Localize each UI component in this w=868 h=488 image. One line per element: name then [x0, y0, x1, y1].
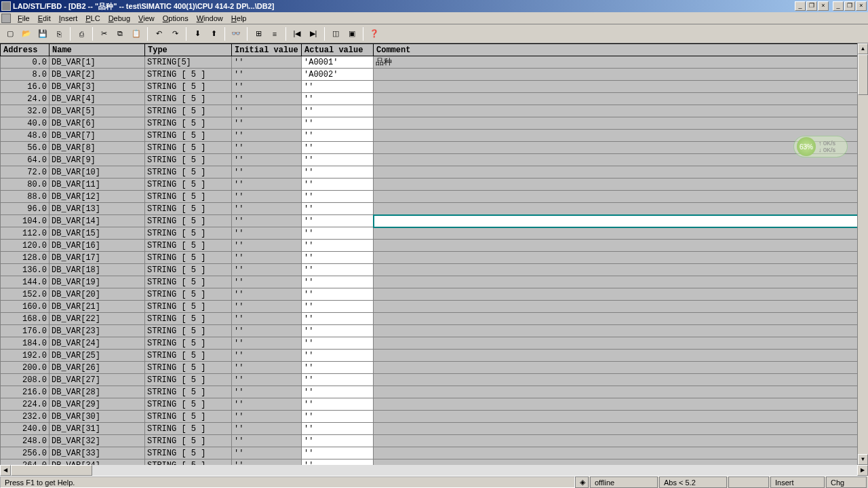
cell-type[interactable]: STRING [ 5 ]: [145, 325, 232, 337]
cell-type[interactable]: STRING [ 5 ]: [145, 423, 232, 435]
horizontal-scrollbar[interactable]: ◀ ▶: [0, 465, 868, 476]
cell-initial[interactable]: '': [232, 288, 302, 301]
cell-comment[interactable]: [374, 117, 868, 130]
cell-comment[interactable]: [374, 69, 868, 81]
table-row[interactable]: 0.0DB_VAR[1]STRING[5]'''A0001'品种: [1, 56, 868, 69]
table-row[interactable]: 24.0DB_VAR[4]STRING [ 5 ]'''': [1, 93, 868, 105]
cell-type[interactable]: STRING [ 5 ]: [145, 154, 232, 166]
cell-type[interactable]: STRING [ 5 ]: [145, 240, 232, 252]
cell-name[interactable]: DB_VAR[3]: [50, 81, 145, 93]
cell-actual[interactable]: '': [302, 459, 374, 466]
cell-name[interactable]: DB_VAR[8]: [50, 142, 145, 154]
cell-type[interactable]: STRING [ 5 ]: [145, 313, 232, 325]
cell-initial[interactable]: '': [232, 56, 302, 69]
cell-address[interactable]: 184.0: [1, 337, 50, 350]
table-row[interactable]: 48.0DB_VAR[7]STRING [ 5 ]'''': [1, 130, 868, 142]
cell-actual[interactable]: '': [302, 179, 374, 191]
cell-name[interactable]: DB_VAR[26]: [50, 362, 145, 374]
cell-actual[interactable]: '': [302, 411, 374, 423]
cell-name[interactable]: DB_VAR[33]: [50, 447, 145, 459]
cell-address[interactable]: 40.0: [1, 117, 50, 130]
minimize-button[interactable]: _: [833, 1, 844, 11]
cell-comment[interactable]: [374, 325, 868, 337]
mdi-minimize-button[interactable]: _: [795, 1, 806, 11]
cell-actual[interactable]: '': [302, 227, 374, 240]
scroll-thumb[interactable]: [858, 54, 868, 95]
cell-address[interactable]: 104.0: [1, 215, 50, 227]
table-row[interactable]: 232.0DB_VAR[30]STRING [ 5 ]'''': [1, 411, 868, 423]
cell-address[interactable]: 160.0: [1, 301, 50, 313]
cell-initial[interactable]: '': [232, 276, 302, 288]
cell-actual[interactable]: '': [302, 398, 374, 411]
toolbar-copy-button[interactable]: ⧉: [113, 26, 127, 41]
cell-initial[interactable]: '': [232, 179, 302, 191]
cell-address[interactable]: 144.0: [1, 276, 50, 288]
cell-comment[interactable]: [374, 447, 868, 459]
cell-type[interactable]: STRING [ 5 ]: [145, 337, 232, 350]
cell-initial[interactable]: '': [232, 386, 302, 398]
cell-actual[interactable]: '': [302, 350, 374, 362]
table-row[interactable]: 88.0DB_VAR[12]STRING [ 5 ]'''': [1, 191, 868, 203]
cell-comment[interactable]: [374, 374, 868, 386]
cell-actual[interactable]: 'A0002': [302, 69, 374, 81]
cell-actual[interactable]: '': [302, 215, 374, 227]
cell-comment[interactable]: [374, 215, 868, 227]
cell-comment[interactable]: [374, 350, 868, 362]
cell-initial[interactable]: '': [232, 374, 302, 386]
cell-actual[interactable]: '': [302, 374, 374, 386]
cell-actual[interactable]: '': [302, 435, 374, 447]
cell-initial[interactable]: '': [232, 362, 302, 374]
cell-comment[interactable]: [374, 337, 868, 350]
table-row[interactable]: 240.0DB_VAR[31]STRING [ 5 ]'''': [1, 423, 868, 435]
cell-type[interactable]: STRING [ 5 ]: [145, 362, 232, 374]
menu-options[interactable]: Options: [159, 14, 193, 22]
toolbar-open-button[interactable]: 📂: [19, 26, 34, 41]
cell-address[interactable]: 96.0: [1, 203, 50, 215]
cell-address[interactable]: 176.0: [1, 325, 50, 337]
col-header-initial[interactable]: Initial value: [232, 44, 302, 56]
cell-comment[interactable]: [374, 435, 868, 447]
table-row[interactable]: 64.0DB_VAR[9]STRING [ 5 ]'''': [1, 154, 868, 166]
cell-name[interactable]: DB_VAR[32]: [50, 435, 145, 447]
cell-actual[interactable]: '': [302, 142, 374, 154]
cell-comment[interactable]: [374, 252, 868, 264]
table-row[interactable]: 152.0DB_VAR[20]STRING [ 5 ]'''': [1, 288, 868, 301]
cell-address[interactable]: 264.0: [1, 459, 50, 466]
cell-name[interactable]: DB_VAR[15]: [50, 227, 145, 240]
cell-type[interactable]: STRING [ 5 ]: [145, 117, 232, 130]
cell-address[interactable]: 136.0: [1, 264, 50, 276]
cell-type[interactable]: STRING [ 5 ]: [145, 374, 232, 386]
table-row[interactable]: 56.0DB_VAR[8]STRING [ 5 ]'''': [1, 142, 868, 154]
table-row[interactable]: 200.0DB_VAR[26]STRING [ 5 ]'''': [1, 362, 868, 374]
scroll-up-button[interactable]: ▲: [858, 43, 868, 54]
cell-comment[interactable]: [374, 154, 868, 166]
cell-initial[interactable]: '': [232, 191, 302, 203]
cell-address[interactable]: 8.0: [1, 69, 50, 81]
cell-type[interactable]: STRING [ 5 ]: [145, 252, 232, 264]
cell-comment[interactable]: [374, 459, 868, 466]
cell-name[interactable]: DB_VAR[11]: [50, 179, 145, 191]
table-row[interactable]: 120.0DB_VAR[16]STRING [ 5 ]'''': [1, 240, 868, 252]
mdi-close-button[interactable]: ×: [818, 1, 829, 11]
cell-type[interactable]: STRING [ 5 ]: [145, 350, 232, 362]
cell-name[interactable]: DB_VAR[25]: [50, 350, 145, 362]
cell-comment[interactable]: [374, 313, 868, 325]
cell-initial[interactable]: '': [232, 313, 302, 325]
cell-type[interactable]: STRING [ 5 ]: [145, 166, 232, 179]
table-row[interactable]: 16.0DB_VAR[3]STRING [ 5 ]'''': [1, 81, 868, 93]
scroll-left-button[interactable]: ◀: [0, 465, 11, 476]
toolbar-monitor-button[interactable]: 👓: [229, 26, 243, 41]
cell-actual[interactable]: '': [302, 301, 374, 313]
cell-initial[interactable]: '': [232, 301, 302, 313]
cell-address[interactable]: 192.0: [1, 350, 50, 362]
data-table[interactable]: Address Name Type Initial value Actual v…: [0, 43, 868, 465]
table-row[interactable]: 96.0DB_VAR[13]STRING [ 5 ]'''': [1, 203, 868, 215]
table-row[interactable]: 136.0DB_VAR[18]STRING [ 5 ]'''': [1, 264, 868, 276]
cell-actual[interactable]: '': [302, 130, 374, 142]
cell-address[interactable]: 216.0: [1, 386, 50, 398]
cell-comment[interactable]: [374, 386, 868, 398]
toolbar-help-context-button[interactable]: ❓: [367, 26, 382, 41]
cell-type[interactable]: STRING [ 5 ]: [145, 69, 232, 81]
cell-initial[interactable]: '': [232, 81, 302, 93]
cell-type[interactable]: STRING [ 5 ]: [145, 447, 232, 459]
